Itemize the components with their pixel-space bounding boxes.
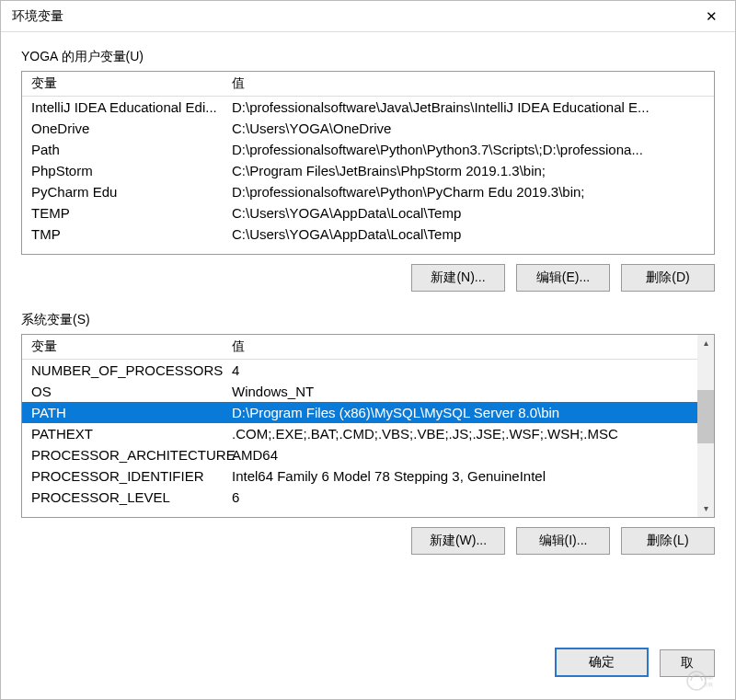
table-row[interactable]: PROCESSOR_IDENTIFIERIntel64 Family 6 Mod… — [22, 465, 697, 487]
user-buttons-row: 新建(N)... 编辑(E)... 删除(D) — [21, 264, 715, 292]
row-variable: PyCharm Edu — [31, 182, 232, 201]
dialog-title: 环境变量 — [12, 8, 63, 25]
row-variable: PhpStorm — [31, 161, 232, 180]
table-row[interactable]: NUMBER_OF_PROCESSORS4 — [22, 360, 697, 381]
watermark-logo: 创新互联 — [671, 664, 733, 697]
row-variable: PROCESSOR_ARCHITECTURE — [31, 445, 232, 465]
table-row[interactable]: PROCESSOR_LEVEL6 — [22, 487, 697, 508]
row-variable: IntelliJ IDEA Educational Edi... — [31, 98, 232, 117]
system-buttons-row: 新建(W)... 编辑(I)... 删除(L) — [21, 527, 715, 555]
user-edit-button[interactable]: 编辑(E)... — [516, 264, 610, 292]
scroll-down-icon[interactable]: ▾ — [697, 500, 714, 517]
table-row[interactable]: PhpStormC:\Program Files\JetBrains\PhpSt… — [22, 160, 714, 181]
system-edit-button[interactable]: 编辑(I)... — [516, 527, 610, 555]
svg-point-0 — [687, 671, 706, 690]
ok-button[interactable]: 确定 — [555, 648, 649, 677]
environment-variables-dialog: 环境变量 ✕ YOGA 的用户变量(U) 变量 值 IntelliJ IDEA … — [0, 0, 736, 700]
table-row[interactable]: TEMPC:\Users\YOGA\AppData\Local\Temp — [22, 202, 714, 224]
table-row[interactable]: OneDriveC:\Users\YOGA\OneDrive — [22, 118, 714, 139]
scroll-thumb[interactable] — [697, 390, 714, 443]
row-value: 6 — [232, 488, 688, 507]
row-variable: OneDrive — [31, 119, 232, 138]
row-value: 4 — [232, 361, 688, 380]
svg-text:创新: 创新 — [704, 674, 713, 680]
user-variables-table[interactable]: 变量 值 IntelliJ IDEA Educational Edi...D:\… — [21, 71, 715, 255]
system-new-button[interactable]: 新建(W)... — [411, 527, 505, 555]
dialog-content: YOGA 的用户变量(U) 变量 值 IntelliJ IDEA Educati… — [1, 32, 735, 640]
user-header-variable[interactable]: 变量 — [31, 75, 232, 92]
row-value: D:\Program Files (x86)\MySQL\MySQL Serve… — [232, 403, 688, 422]
row-variable: PATH — [31, 403, 232, 422]
table-row[interactable]: PROCESSOR_ARCHITECTUREAMD64 — [22, 444, 697, 465]
row-value: C:\Program Files\JetBrains\PhpStorm 2019… — [232, 161, 705, 180]
table-row[interactable]: IntelliJ IDEA Educational Edi...D:\profe… — [22, 97, 714, 118]
system-header-variable[interactable]: 变量 — [31, 339, 232, 355]
row-variable: NUMBER_OF_PROCESSORS — [31, 361, 232, 380]
user-section-label: YOGA 的用户变量(U) — [21, 49, 715, 65]
user-header-value[interactable]: 值 — [232, 75, 705, 92]
system-section-label: 系统变量(S) — [21, 312, 715, 328]
user-table-body: IntelliJ IDEA Educational Edi...D:\profe… — [22, 97, 714, 248]
system-delete-button[interactable]: 删除(L) — [621, 527, 715, 555]
system-variables-section: 系统变量(S) 变量 值 NUMBER_OF_PROCESSORS4OSWind… — [21, 312, 715, 555]
svg-text:互联: 互联 — [704, 682, 713, 687]
row-value: Windows_NT — [232, 382, 688, 401]
close-icon[interactable]: ✕ — [696, 4, 726, 29]
user-new-button[interactable]: 新建(N)... — [411, 264, 505, 292]
row-variable: PROCESSOR_IDENTIFIER — [31, 466, 232, 486]
row-variable: TEMP — [31, 203, 232, 223]
table-row[interactable]: PROCESSOR_REVISION4e03 — [22, 508, 697, 511]
row-value: D:\professionalsoftware\Python\PyCharm E… — [232, 182, 705, 201]
row-variable: Path — [31, 140, 232, 159]
table-row[interactable]: PATHD:\Program Files (x86)\MySQL\MySQL S… — [22, 402, 697, 423]
titlebar: 环境变量 ✕ — [1, 1, 735, 32]
row-value: .COM;.EXE;.BAT;.CMD;.VBS;.VBE;.JS;.JSE;.… — [232, 424, 688, 443]
row-value: D:\professionalsoftware\Python\Python3.7… — [232, 140, 705, 159]
dialog-footer: 确定 取 创新互联 — [1, 640, 735, 699]
scroll-up-icon[interactable]: ▴ — [697, 335, 714, 351]
user-variables-section: YOGA 的用户变量(U) 变量 值 IntelliJ IDEA Educati… — [21, 49, 715, 292]
table-row[interactable]: PyCharm EduD:\professionalsoftware\Pytho… — [22, 181, 714, 202]
row-value: C:\Users\YOGA\AppData\Local\Temp — [232, 203, 705, 223]
row-variable: OS — [31, 382, 232, 401]
row-variable: PROCESSOR_LEVEL — [31, 488, 232, 507]
table-row[interactable]: OSWindows_NT — [22, 381, 697, 402]
system-table-header: 变量 值 — [22, 335, 714, 360]
table-row[interactable]: TMPC:\Users\YOGA\AppData\Local\Temp — [22, 224, 714, 245]
table-row[interactable]: PATHEXT.COM;.EXE;.BAT;.CMD;.VBS;.VBE;.JS… — [22, 423, 697, 444]
system-scrollbar[interactable]: ▴ ▾ — [697, 335, 714, 517]
system-header-value[interactable]: 值 — [232, 339, 705, 355]
row-value: AMD64 — [232, 445, 688, 465]
system-table-body: NUMBER_OF_PROCESSORS4OSWindows_NTPATHD:\… — [22, 360, 697, 511]
row-variable: TMP — [31, 224, 232, 244]
row-variable: PATHEXT — [31, 424, 232, 443]
row-value: D:\professionalsoftware\Java\JetBrains\I… — [232, 98, 705, 117]
user-delete-button[interactable]: 删除(D) — [621, 264, 715, 292]
row-value: Intel64 Family 6 Model 78 Stepping 3, Ge… — [232, 466, 688, 486]
row-value: C:\Users\YOGA\AppData\Local\Temp — [232, 224, 705, 244]
user-table-header: 变量 值 — [22, 72, 714, 97]
row-variable: PROCESSOR_REVISION — [31, 509, 232, 511]
table-row[interactable]: PathD:\professionalsoftware\Python\Pytho… — [22, 139, 714, 160]
row-value: C:\Users\YOGA\OneDrive — [232, 119, 705, 138]
row-value: 4e03 — [232, 509, 688, 511]
system-variables-table[interactable]: 变量 值 NUMBER_OF_PROCESSORS4OSWindows_NTPA… — [21, 334, 715, 518]
